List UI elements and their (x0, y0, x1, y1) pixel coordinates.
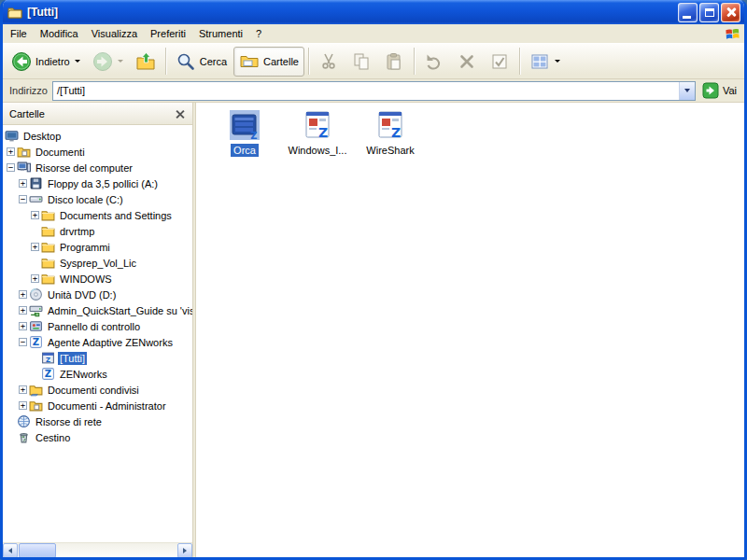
up-button[interactable] (130, 47, 162, 77)
back-button[interactable]: Indietro (6, 47, 86, 77)
address-bar: Indirizzo /[Tutti] Vai (3, 79, 744, 103)
tree-item-sysprep-vol-lic[interactable]: Sysprep_Vol_Lic (3, 255, 192, 271)
address-input[interactable]: /[Tutti] (53, 85, 679, 96)
forward-dropdown-caret[interactable] (118, 60, 123, 63)
toolbar: IndietroCercaCartelle (3, 44, 744, 79)
collapse-minus-icon[interactable]: − (19, 195, 27, 203)
desktop-icon (5, 129, 19, 143)
main-area: Cartelle Desktop+Documenti−Risorse del c… (3, 103, 744, 557)
scroll-left-button[interactable] (3, 543, 18, 558)
file-item-orca[interactable]: ZOrca (209, 109, 280, 157)
dvd-icon (29, 287, 43, 301)
sharedfolder-icon (29, 383, 43, 397)
window-title: [Tutti] (27, 6, 673, 19)
folders-icon (239, 51, 260, 72)
folders-pane-close-button[interactable] (173, 106, 188, 121)
tree-item-pannello-di-controllo[interactable]: +Pannello di controllo (3, 318, 192, 334)
tree-item-agente-adaptive-zenworks[interactable]: −ZAgente Adaptive ZENworks (3, 334, 192, 350)
folders-horizontal-scrollbar[interactable] (3, 542, 192, 557)
tree-item-unit-dvd-d[interactable]: +Unità DVD (D:) (3, 287, 192, 302)
file-name: Orca (231, 144, 259, 157)
close-button[interactable] (721, 3, 740, 22)
folder-icon (41, 240, 55, 254)
folders-pane-header: Cartelle (3, 103, 192, 125)
tree-item-zenworks[interactable]: ZZENworks (3, 366, 192, 382)
tree-item-programmi[interactable]: +Programmi (3, 239, 192, 255)
tree-item-windows[interactable]: +WINDOWS (3, 271, 192, 287)
views-dropdown-caret[interactable] (555, 60, 560, 63)
file-item-windows-i[interactable]: ZWindows_I... (282, 109, 353, 157)
file-name: Windows_I... (286, 144, 350, 157)
file-name: WireShark (363, 144, 416, 157)
maximize-icon (705, 8, 714, 17)
go-arrow-icon (702, 82, 719, 99)
tree-item-tutti[interactable]: Z[Tutti] (3, 350, 192, 366)
expand-plus-icon[interactable]: + (19, 306, 27, 315)
expand-plus-icon[interactable]: + (19, 290, 27, 299)
menu-item-strumenti[interactable]: Strumenti (192, 25, 249, 42)
address-combo[interactable]: /[Tutti] (52, 81, 696, 101)
expand-plus-icon[interactable]: + (19, 322, 27, 330)
files-pane[interactable]: ZOrcaZWindows_I...ZWireShark (196, 103, 744, 557)
tree-item-label: Documenti (34, 146, 87, 159)
expand-plus-icon[interactable]: + (31, 211, 39, 219)
toolbar-separator (165, 48, 166, 75)
expand-plus-icon[interactable]: + (31, 243, 39, 251)
menu-item-visualizza[interactable]: Visualizza (85, 25, 144, 42)
tree-item-label: drvrtmp (58, 225, 96, 238)
views-button[interactable] (524, 47, 566, 77)
computer-icon (17, 161, 31, 175)
tree-item-risorse-di-rete[interactable]: Risorse di rete (3, 413, 192, 429)
tree-item-admin-quickstart-guide-su-vista[interactable]: +Admin_QuickStart_Guide su 'vista (3, 302, 192, 318)
menu-item-item[interactable]: ? (249, 25, 268, 42)
tree-item-floppy-da-3-5-pollici-a[interactable]: +Floppy da 3,5 pollici (A:) (3, 175, 192, 191)
arrow-left-icon (8, 548, 12, 553)
title-bar[interactable]: [Tutti] (3, 0, 744, 24)
scrollbar-thumb[interactable] (19, 543, 56, 558)
search-icon (176, 51, 196, 72)
expand-plus-icon[interactable]: + (19, 179, 27, 188)
tree-item-disco-locale-c[interactable]: −Disco locale (C:) (3, 191, 192, 207)
minimize-button[interactable] (678, 3, 698, 22)
search-button[interactable]: Cerca (170, 47, 233, 77)
menu-bar: FileModificaVisualizzaPreferitiStrumenti… (3, 24, 744, 44)
tree-item-documenti-condivisi[interactable]: +Documenti condivisi (3, 382, 192, 398)
folders-button[interactable]: Cartelle (233, 47, 304, 77)
copy-icon (351, 51, 372, 72)
menu-item-preferiti[interactable]: Preferiti (144, 25, 192, 42)
tree-item-label: Desktop (21, 130, 63, 143)
folder-icon (41, 272, 55, 286)
tree-item-label: Documenti - Administrator (46, 399, 168, 413)
network-icon (17, 414, 31, 428)
tree-item-label: Agente Adaptive ZENworks (46, 336, 175, 349)
maximize-button[interactable] (699, 3, 719, 22)
scroll-right-button[interactable] (177, 543, 192, 558)
menu-item-file[interactable]: File (4, 25, 34, 42)
expand-plus-icon[interactable]: + (31, 274, 39, 283)
address-dropdown-button[interactable] (679, 82, 695, 100)
folder-icon (41, 256, 55, 270)
arrow-right-icon (183, 548, 187, 553)
collapse-minus-icon[interactable]: − (7, 163, 15, 172)
tree-item-documenti-administrator[interactable]: +Documenti - Administrator (3, 398, 192, 413)
tree-item-cestino[interactable]: Cestino (3, 429, 192, 445)
tree-item-drvrtmp[interactable]: drvrtmp (3, 223, 192, 239)
address-label: Indirizzo (6, 85, 48, 96)
tree-item-desktop[interactable]: Desktop (3, 128, 192, 144)
toolbar-separator (519, 48, 520, 75)
expand-plus-icon[interactable]: + (7, 147, 15, 156)
go-button[interactable]: Vai (700, 82, 741, 99)
tree-item-risorse-del-computer[interactable]: −Risorse del computer (3, 160, 192, 175)
tree-item-documents-and-settings[interactable]: +Documents and Settings (3, 207, 192, 223)
expand-plus-icon[interactable]: + (19, 401, 27, 410)
back-dropdown-caret[interactable] (75, 60, 80, 63)
tree-item-label: Risorse del computer (34, 161, 134, 175)
menu-item-modifica[interactable]: Modifica (34, 25, 85, 42)
file-item-wireshark[interactable]: ZWireShark (355, 109, 426, 157)
controlpanel-icon (29, 319, 43, 333)
paste-button (378, 47, 410, 77)
tree-item-documenti[interactable]: +Documenti (3, 144, 192, 160)
collapse-minus-icon[interactable]: − (19, 338, 27, 346)
expand-plus-icon[interactable]: + (19, 385, 27, 394)
forward-icon (92, 51, 113, 72)
